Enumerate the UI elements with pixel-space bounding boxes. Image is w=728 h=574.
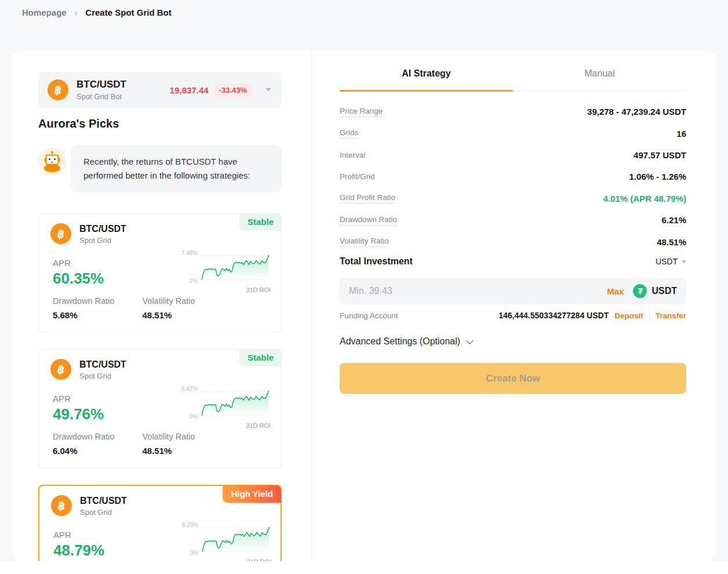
chart-min-label: 0% [190,413,198,420]
pair-selector-dropdown[interactable]: ฿ BTC/USDT Spot Grid Bot 19,837.44 -33.4… [38,72,282,108]
btc-icon: ฿ [50,223,71,244]
roi-sparkline-chart: 6.42% 0% 31D ROI [172,386,272,432]
left-column: ฿ BTC/USDT Spot Grid Bot 19,837.44 -33.4… [12,51,311,561]
chart-max-label: 7.48% [181,250,198,256]
strategy-card-high-yield[interactable]: High Yield ฿ BTC/USDT Spot Grid APR 48.7… [38,485,282,561]
btc-icon: ฿ [50,359,71,380]
profit-grid-label: Profit/Grid [340,172,375,181]
token-name: USDT [651,286,677,296]
page-title: Create Spot Grid Bot [85,8,171,17]
drawdown-value: 5.68% [53,310,140,320]
chevron-down-icon [265,88,271,92]
tab-ai-strategy[interactable]: AI Strategy [340,65,513,90]
grids-label[interactable]: Grids [340,128,358,139]
advanced-settings-toggle[interactable]: Advanced Settings (Optional) [340,336,471,347]
drawdown-ratio-label[interactable]: Drawdown Ratio [340,215,397,226]
divider [649,311,650,319]
chart-max-label: 6.42% [181,386,198,392]
apr-value: 49.76% [53,405,104,423]
price-range-value: 39,278 - 47,239.24 USDT [587,107,686,117]
create-now-button[interactable]: Create Now [340,363,686,394]
roi-sparkline-chart: 8.29% 0% 31D ROI [173,522,272,561]
chart-min-label: 0% [190,550,198,556]
detail-row-interval: Interval 497.57 USDT [340,144,686,166]
breadcrumb: Homepage › Create Spot Grid Bot [22,8,172,17]
pair-price: 19,837.44 [170,85,209,95]
stable-badge: Stable [239,349,282,366]
volatility-label: Volatility Ratio [142,296,195,306]
btc-icon: ฿ [51,495,72,516]
stable-badge: Stable [239,213,282,231]
apr-label: APR [53,394,71,404]
total-investment-row: Total Investment USDT [340,256,686,267]
transfer-link[interactable]: Transfer [656,311,686,320]
tab-manual[interactable]: Manual [513,65,686,90]
detail-row-grids: Grids 16 [340,122,686,144]
picks-title: Aurora's Picks [38,117,119,130]
robot-avatar-icon [38,147,66,175]
apr-label: APR [53,258,71,268]
breadcrumb-chevron-icon: › [75,8,78,17]
funding-account-row: Funding Account 146,444.550334277284 USD… [340,311,686,320]
card-pair: BTC/USDT [80,495,127,506]
deposit-link[interactable]: Deposit [614,311,643,320]
detail-row-drawdown-ratio: Drawdown Ratio 6.21% [340,209,686,231]
drawdown-value: 6.04% [53,446,140,456]
funding-balance: 146,444.550334277284 USDT [498,311,609,320]
drawdown-label: Drawdown Ratio [53,296,140,306]
assistant-message-bubble: Recently, the returns of BTCUSDT have pe… [71,145,282,192]
breadcrumb-home-link[interactable]: Homepage [22,8,67,17]
volatility-value: 48.51% [142,446,195,456]
card-pair: BTC/USDT [79,223,126,234]
volatility-ratio-value: 48.51% [657,237,686,247]
detail-row-profit-grid: Profit/Grid 1.06% - 1.26% [340,166,686,187]
pair-name: BTC/USDT [77,79,126,90]
interval-value: 497.57 USDT [634,150,686,160]
volatility-label: Volatility Ratio [142,432,195,441]
roi-sparkline-chart: 7.48% 0% 31D ROI [172,250,272,296]
chart-min-label: 0% [190,278,198,284]
grids-value: 16 [676,129,686,139]
card-pair: BTC/USDT [79,359,126,370]
funding-account-label: Funding Account [340,311,398,320]
drawdown-ratio-value: 6.21% [661,215,686,225]
volatility-ratio-label[interactable]: Volatility Ratio [340,237,389,247]
token-display: ₮ USDT [633,284,677,298]
high-yield-badge: High Yield [223,485,281,503]
apr-value: 60.35% [53,270,104,288]
detail-row-price-range: Price Range 39,278 - 47,239.24 USDT [340,101,686,122]
grid-profit-ratio-label[interactable]: Grid Profit Ratio [340,193,395,204]
currency-dropdown[interactable]: USDT [656,257,686,266]
strategy-details: Price Range 39,278 - 47,239.24 USDT Grid… [340,101,686,253]
chevron-down-icon [466,337,474,344]
investment-amount-input[interactable] [349,286,607,296]
card-product: Spot Grid [79,372,126,380]
volatility-value: 48.51% [142,310,195,320]
tether-icon: ₮ [633,284,647,298]
total-investment-label: Total Investment [340,256,413,267]
investment-input-box: Max ₮ USDT [340,278,686,304]
detail-row-grid-profit-ratio: Grid Profit Ratio 4.01% (APR 48.79%) [340,188,686,209]
detail-row-volatility-ratio: Volatility Ratio 48.51% [340,231,686,252]
apr-label: APR [53,530,71,540]
strategy-tabs: AI Strategy Manual [340,65,686,91]
card-product: Spot Grid [79,236,126,245]
currency-value: USDT [656,257,678,266]
strategy-card-stable-1[interactable]: Stable ฿ BTC/USDT Spot Grid APR 60.35% 7… [38,213,282,333]
drawdown-label: Drawdown Ratio [53,432,140,441]
grid-profit-ratio-value: 4.01% (APR 48.79%) [603,194,686,204]
chart-caption: 31D ROI [246,422,271,429]
strategy-card-stable-2[interactable]: Stable ฿ BTC/USDT Spot Grid APR 49.76% 6… [38,349,282,468]
max-button[interactable]: Max [607,286,624,296]
interval-label: Interval [340,151,365,159]
main-panel: ฿ BTC/USDT Spot Grid Bot 19,837.44 -33.4… [12,51,716,561]
pair-names: BTC/USDT Spot Grid Bot [77,79,126,101]
price-range-label[interactable]: Price Range [340,107,383,117]
profit-grid-value: 1.06% - 1.26% [629,172,686,181]
pair-product: Spot Grid Bot [77,92,126,101]
chart-caption: 31D ROI [246,558,271,561]
pair-change-badge: -33.43% [214,83,252,97]
card-product: Spot Grid [80,508,127,517]
chevron-down-icon [682,260,686,263]
advanced-settings-label: Advanced Settings (Optional) [340,336,460,347]
